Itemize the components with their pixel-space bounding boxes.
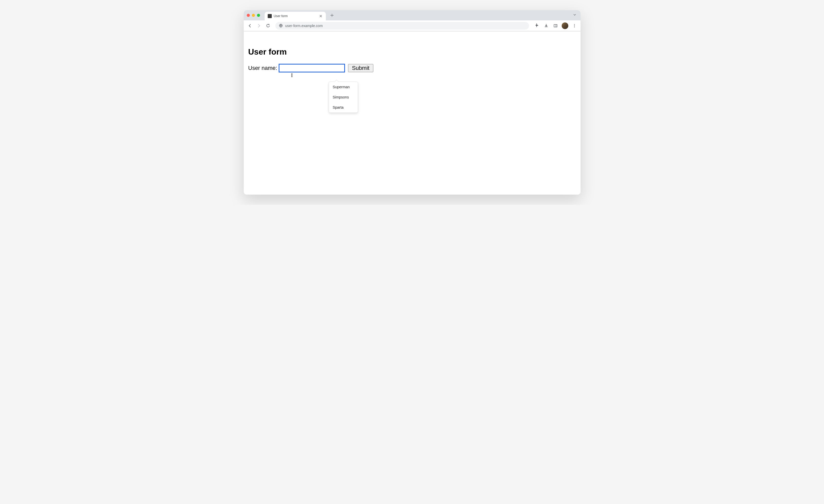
maximize-window-button[interactable]: [257, 14, 260, 17]
tab-bar: User form: [244, 10, 581, 20]
address-bar[interactable]: user-form.example.com: [275, 22, 529, 30]
svg-point-5: [574, 26, 575, 27]
browser-chrome: User form: [244, 10, 581, 31]
reload-button[interactable]: [264, 22, 272, 30]
back-button[interactable]: [246, 22, 254, 30]
submit-button[interactable]: Submit: [348, 64, 373, 72]
svg-point-4: [574, 25, 575, 26]
user-form: User name: Submit: [248, 64, 576, 73]
browser-window: User form: [244, 10, 581, 195]
autocomplete-item[interactable]: Simpsons: [329, 92, 358, 102]
url-text: user-form.example.com: [285, 24, 323, 28]
autocomplete-item[interactable]: Sparta: [329, 102, 358, 113]
profile-avatar[interactable]: [562, 22, 568, 29]
autocomplete-item[interactable]: Superman: [329, 82, 358, 92]
menu-button[interactable]: [570, 22, 579, 30]
sidepanel-button[interactable]: [551, 22, 559, 30]
browser-tab[interactable]: User form: [265, 12, 326, 20]
username-label: User name:: [248, 65, 277, 72]
svg-rect-1: [554, 24, 557, 27]
username-input[interactable]: [279, 64, 345, 73]
toolbar-right: [533, 22, 579, 30]
forward-button[interactable]: [255, 22, 263, 30]
tab-title: User form: [274, 14, 317, 18]
text-cursor-icon: I: [291, 73, 293, 78]
autocomplete-popup: Superman Simpsons Sparta: [329, 82, 358, 113]
svg-point-3: [574, 24, 575, 25]
window-controls: [247, 14, 260, 17]
favicon-icon: [268, 14, 272, 18]
close-window-button[interactable]: [247, 14, 250, 17]
extensions-button[interactable]: [533, 22, 541, 30]
browser-toolbar: user-form.example.com: [244, 20, 581, 31]
globe-icon: [279, 24, 283, 27]
minimize-window-button[interactable]: [252, 14, 255, 17]
downloads-button[interactable]: [542, 22, 550, 30]
tabs-dropdown-button[interactable]: [573, 13, 577, 18]
close-tab-button[interactable]: [319, 14, 323, 18]
page-content: User form User name: Submit I Superman S…: [244, 31, 581, 195]
new-tab-button[interactable]: [328, 12, 335, 19]
page-title: User form: [248, 47, 576, 56]
